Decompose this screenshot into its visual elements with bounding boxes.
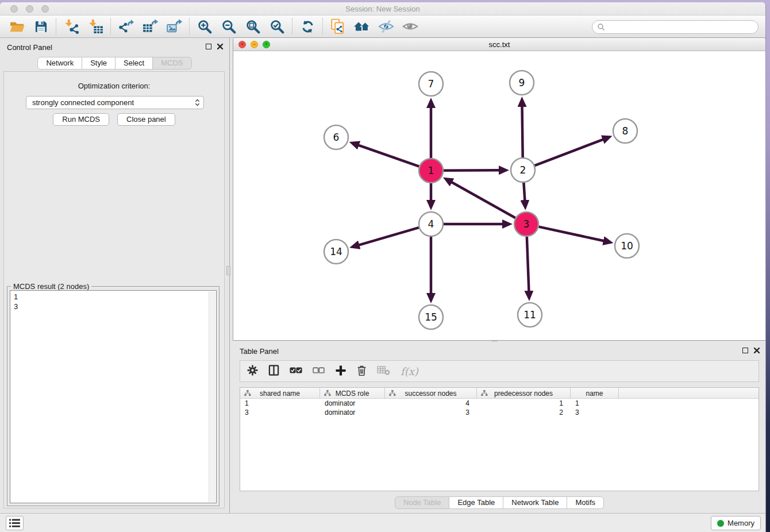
delete-table-icon[interactable] bbox=[377, 365, 390, 377]
graph-node-2[interactable]: 2 bbox=[511, 158, 535, 182]
open-session-icon[interactable] bbox=[5, 17, 29, 36]
delete-column-icon[interactable] bbox=[357, 365, 367, 377]
home-layout-icon[interactable] bbox=[350, 17, 374, 36]
graph-node-14[interactable]: 14 bbox=[324, 240, 348, 264]
column-header-0[interactable]: shared name bbox=[240, 388, 320, 399]
graph-edge-2-3[interactable] bbox=[523, 183, 525, 201]
graph-edge-1-6[interactable] bbox=[358, 145, 419, 166]
deselect-all-columns-icon[interactable] bbox=[313, 367, 325, 376]
table-cell: 4 bbox=[385, 399, 477, 408]
graph-node-7[interactable]: 7 bbox=[419, 72, 443, 96]
show-columns-icon[interactable] bbox=[268, 365, 279, 377]
export-network-icon[interactable] bbox=[114, 17, 138, 36]
graph-node-6[interactable]: 6 bbox=[324, 125, 348, 149]
graph-node-11[interactable]: 11 bbox=[518, 303, 542, 327]
tab-style[interactable]: Style bbox=[82, 57, 116, 70]
result-scrollbar[interactable] bbox=[209, 291, 215, 502]
save-session-icon[interactable] bbox=[29, 17, 53, 36]
run-mcds-button[interactable]: Run MCDS bbox=[53, 113, 109, 126]
close-table-panel-icon[interactable] bbox=[753, 347, 760, 354]
table-row[interactable]: 1dominator411 bbox=[240, 399, 759, 408]
vertical-splitter-handle[interactable] bbox=[226, 266, 230, 275]
close-panel-icon[interactable] bbox=[217, 43, 224, 50]
mcds-result-textarea[interactable]: 1 3 bbox=[10, 290, 217, 503]
search-box[interactable] bbox=[592, 20, 759, 34]
graph-node-10[interactable]: 10 bbox=[615, 234, 639, 258]
table-cell: 3 bbox=[240, 408, 320, 417]
column-header-2[interactable]: successor nodes bbox=[385, 388, 477, 399]
show-details-icon[interactable] bbox=[398, 17, 422, 36]
memory-button[interactable]: Memory bbox=[711, 516, 761, 530]
network-graph: 7968124314101511 bbox=[233, 51, 765, 340]
zoom-in-icon[interactable] bbox=[192, 17, 217, 36]
table-cell: dominator bbox=[320, 408, 385, 417]
node-table: shared nameMCDS rolesuccessor nodesprede… bbox=[240, 387, 759, 491]
table-settings-icon[interactable] bbox=[247, 365, 258, 377]
graph-edge-3-10[interactable] bbox=[538, 227, 604, 241]
svg-text:10: 10 bbox=[621, 240, 633, 252]
table-panel: Table Panel bbox=[233, 342, 766, 511]
graph-node-3[interactable]: 3 bbox=[514, 212, 538, 236]
svg-text:6: 6 bbox=[333, 132, 340, 143]
graph-edge-3-1[interactable] bbox=[451, 182, 515, 218]
zoom-selected-icon[interactable] bbox=[265, 17, 289, 36]
column-header-1[interactable]: MCDS role bbox=[320, 388, 385, 399]
optimization-criterion-select[interactable]: strongly connected component bbox=[26, 96, 204, 109]
export-table-icon[interactable] bbox=[138, 17, 162, 36]
refresh-view-icon[interactable] bbox=[295, 17, 319, 36]
graph-edge-1-2[interactable] bbox=[444, 170, 500, 171]
tab-node-table[interactable]: Node Table bbox=[395, 496, 450, 509]
app-titlebar: Session: New Session bbox=[0, 2, 765, 16]
graph-node-9[interactable]: 9 bbox=[510, 71, 534, 95]
table-panel-tabs: Node Table Edge Table Network Table Moti… bbox=[233, 496, 766, 509]
svg-text:14: 14 bbox=[330, 246, 342, 257]
column-header-3[interactable]: predecessor nodes bbox=[477, 388, 571, 399]
tab-network[interactable]: Network bbox=[37, 57, 82, 70]
network-window-titlebar: × − + scc.txt bbox=[233, 38, 765, 51]
tab-edge-table[interactable]: Edge Table bbox=[449, 496, 503, 509]
network-canvas[interactable]: 7968124314101511 bbox=[233, 51, 765, 340]
toolbar-separator bbox=[292, 18, 292, 34]
graph-node-4[interactable]: 4 bbox=[419, 212, 443, 236]
import-table-icon[interactable] bbox=[83, 17, 107, 36]
optimization-criterion-label: Optimization criterion: bbox=[4, 82, 224, 90]
table-cell: 2 bbox=[477, 408, 571, 417]
tab-mcds[interactable]: MCDS bbox=[152, 57, 191, 70]
panel-selector-button[interactable] bbox=[6, 516, 24, 530]
table-cell: 1 bbox=[477, 399, 571, 408]
zoom-fit-icon[interactable] bbox=[241, 17, 265, 36]
mcds-panel-body: Optimization criterion: strongly connect… bbox=[3, 71, 225, 508]
function-builder-icon[interactable]: f(x) bbox=[401, 365, 418, 377]
tab-motifs[interactable]: Motifs bbox=[567, 496, 604, 509]
import-network-icon[interactable] bbox=[59, 17, 83, 36]
select-all-columns-icon[interactable] bbox=[290, 367, 302, 376]
memory-status-icon bbox=[717, 520, 724, 527]
tab-select[interactable]: Select bbox=[115, 57, 153, 70]
graph-edge-3-11[interactable] bbox=[527, 237, 529, 292]
float-panel-icon[interactable] bbox=[206, 44, 211, 49]
clone-network-icon[interactable] bbox=[326, 17, 350, 36]
close-panel-button[interactable]: Close panel bbox=[117, 113, 175, 126]
table-cell: dominator bbox=[320, 399, 385, 408]
column-header-4[interactable]: name bbox=[571, 388, 619, 399]
graph-node-8[interactable]: 8 bbox=[613, 119, 637, 143]
hide-details-icon[interactable] bbox=[374, 17, 398, 36]
search-icon bbox=[597, 23, 605, 31]
svg-text:1: 1 bbox=[428, 165, 434, 176]
graph-edge-4-14[interactable] bbox=[358, 228, 418, 245]
export-image-icon[interactable] bbox=[162, 17, 186, 36]
graph-node-15[interactable]: 15 bbox=[419, 305, 443, 329]
zoom-out-icon[interactable] bbox=[217, 17, 241, 36]
graph-edge-2-9[interactable] bbox=[522, 106, 523, 157]
toolbar-separator bbox=[322, 18, 323, 34]
add-column-icon[interactable] bbox=[335, 365, 346, 378]
control-panel-tabs: Network Style Select MCDS bbox=[0, 57, 229, 70]
tab-network-table[interactable]: Network Table bbox=[503, 496, 567, 509]
graph-edge-2-8[interactable] bbox=[535, 139, 604, 165]
table-row[interactable]: 3dominator323 bbox=[240, 408, 759, 417]
float-table-panel-icon[interactable] bbox=[742, 348, 748, 353]
search-input[interactable] bbox=[608, 23, 758, 32]
graph-node-1[interactable]: 1 bbox=[419, 159, 443, 183]
table-header-row: shared nameMCDS rolesuccessor nodesprede… bbox=[240, 388, 759, 399]
table-panel-title: Table Panel bbox=[240, 347, 279, 356]
